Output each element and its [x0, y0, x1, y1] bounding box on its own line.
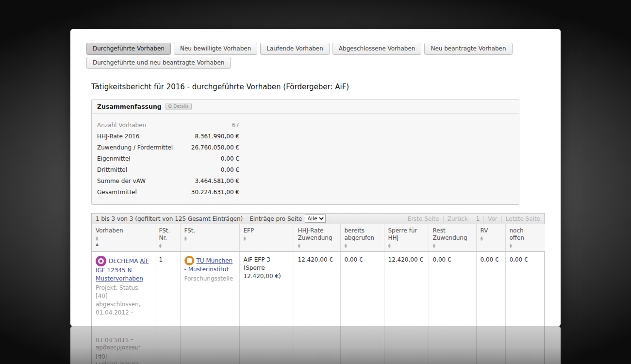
reflection-bereits-abgerufen-cell: 0,00 €	[340, 326, 384, 364]
reflection-fst-cell: TU München - Musterinstitut Forschungsst…	[180, 326, 239, 364]
column-header-vorhaben[interactable]: Vorhaben ▲▼ ▲	[92, 224, 155, 252]
fst-nr-cell: 1	[155, 252, 180, 327]
summary-row-eigenmittel: Eigenmittel 0,00 €	[97, 153, 239, 165]
summary-row-gesamtmittel: Gesamtmittel 30.224.631,00 €	[97, 187, 239, 198]
summary-row-hhj-rate: HHJ-Rate 2016 8.361.990,00 €	[97, 131, 239, 142]
institute-icon	[184, 256, 194, 265]
efp-cell: AiF EFP 3 (Sperre 12.420,00 €)	[239, 252, 294, 327]
pager: Erste Seite Zurück 1 Vor Letzte Seite	[404, 215, 544, 222]
reflection-rest-zuwendung-cell: 0,00 €	[429, 326, 476, 364]
tab-neu-bewilligte-vorhaben[interactable]: Neu bewilligte Vorhaben	[174, 43, 257, 55]
tab-laufende-vorhaben[interactable]: Laufende Vorhaben	[260, 43, 330, 55]
vorhaben-table: Vorhaben ▲▼ ▲ FSt. Nr. ▲▼ FSt. ▲▼ EFP	[92, 224, 545, 326]
sort-icon: ▲▼	[244, 236, 290, 241]
column-header-fst[interactable]: FSt. ▲▼	[180, 224, 239, 252]
reflection-rv-cell: 0,00 €	[476, 326, 505, 364]
details-button[interactable]: ⊕ Details	[166, 103, 192, 110]
sort-icon: ▲▼	[96, 236, 151, 241]
summary-row-zuwendung: Zuwendung / Fördermittel 26.760.050,00 €	[97, 142, 239, 153]
summary-header: Zusammenfassung ⊕ Details	[92, 100, 519, 114]
page-title: Tätigkeitsbericht für 2016 - durchgeführ…	[91, 83, 545, 92]
reflection-hhj-rate-cell: 12.420,00 €	[294, 326, 340, 364]
summary-row-drittmittel: Drittmittel 0,00 €	[97, 165, 239, 176]
rest-zuwendung-cell: 0,00 €	[429, 252, 476, 327]
pagination-info: 1 bis 3 von 3 (gefiltert von 125 Gesamt …	[96, 215, 243, 222]
last-page-button[interactable]: Letzte Seite	[501, 215, 544, 222]
tab-abgeschlossene-vorhaben[interactable]: Abgeschlossene Vorhaben	[332, 43, 422, 55]
column-header-hhj-rate-zuwendung[interactable]: HHJ-Rate Zuwendung ▲▼	[294, 224, 340, 252]
reflection-vorhaben-cell: DECHEMA AiF IGF 12345 N Mustervorhaben P…	[92, 326, 155, 364]
noch-offen-cell: 0,00 €	[505, 252, 545, 327]
per-page-select[interactable]: Alle	[305, 215, 326, 223]
sort-icon: ▲▼	[481, 236, 501, 241]
fst-cell: TU München - Musterinstitut Forschungsst…	[180, 252, 239, 327]
column-header-efp[interactable]: EFP ▲▼	[239, 224, 294, 252]
table-row: DECHEMA AiF IGF 12345 N Mustervorhaben P…	[92, 252, 545, 327]
hhj-rate-cell: 12.420,00 €	[294, 252, 340, 327]
institute-link[interactable]: TU München - Musterinstitut	[184, 257, 233, 273]
summary-body: Anzahl Vorhaben 67 HHJ-Rate 2016 8.361.9…	[92, 114, 519, 204]
project-link[interactable]: DECHEMA AiF IGF 12345 N Mustervorhaben	[96, 258, 149, 282]
vorhaben-cell: DECHEMA AiF IGF 12345 N Mustervorhaben P…	[92, 252, 155, 327]
report-dialog-panel: Durchgeführte Vorhaben Neu bewilligte Vo…	[70, 326, 561, 364]
summary-row-summe-vaw: Summe der vAW 3.464.581,00 €	[97, 176, 239, 187]
grid-toolbar: 1 bis 3 von 3 (gefiltert von 125 Gesamt …	[92, 214, 544, 224]
details-button-label: Details	[173, 104, 188, 109]
tab-neu-beantragte-vorhaben[interactable]: Neu beantragte Vorhaben	[424, 43, 512, 55]
bereits-abgerufen-cell: 0,00 €	[340, 252, 384, 327]
sort-icon: ▲▼	[388, 244, 425, 248]
column-header-fst-nr[interactable]: FSt. Nr. ▲▼	[155, 224, 180, 252]
reflection-table-row: DECHEMA AiF IGF 12345 N Mustervorhaben P…	[92, 326, 545, 364]
tab-bar-row-1: Durchgeführte Vorhaben Neu bewilligte Vo…	[86, 43, 545, 55]
column-header-noch-offen[interactable]: noch offen ▲▼	[505, 224, 545, 252]
sort-icon: ▲▼	[159, 244, 176, 248]
tab-bar-row-2: Durchgeführte und neu beantragte Vorhabe…	[86, 57, 545, 69]
sort-icon: ▲▼	[510, 244, 542, 248]
results-grid: 1 bis 3 von 3 (gefiltert von 125 Gesamt …	[91, 213, 545, 326]
prev-page-button[interactable]: Zurück	[443, 215, 472, 222]
column-header-bereits-abgerufen[interactable]: bereits abgerufen ▲▼	[340, 224, 384, 252]
sort-icon: ▲▼	[184, 236, 235, 241]
reflection-efp-cell: AiF EFP 3 (Sperre 12.420,00 €)	[239, 326, 294, 364]
first-page-button[interactable]: Erste Seite	[404, 215, 443, 222]
page-number-button[interactable]: 1	[472, 215, 484, 222]
reflection-results-grid: 1 bis 3 von 3 (gefiltert von 125 Gesamt …	[91, 326, 545, 364]
panel-reflection: Durchgeführte Vorhaben Neu bewilligte Vo…	[70, 326, 561, 364]
reflection-noch-offen-cell: 0,00 €	[505, 326, 545, 364]
rv-cell: 0,00 €	[476, 252, 505, 327]
sort-icon: ▲▼	[433, 244, 472, 248]
reflection-fst-nr-cell: 1	[155, 326, 180, 364]
project-icon	[96, 256, 106, 266]
column-header-sperre-hhj[interactable]: Sperre für HHJ ▲▼	[384, 224, 429, 252]
summary-title: Zusammenfassung	[97, 103, 162, 110]
sperre-cell: 12.420,00 €	[384, 252, 429, 327]
tab-durchgefuehrte-vorhaben[interactable]: Durchgeführte Vorhaben	[86, 43, 171, 55]
per-page-label: Einträge pro Seite	[249, 215, 302, 222]
next-page-button[interactable]: Vor	[483, 215, 501, 222]
tab-durchgefuehrte-und-neu-beantragte-vorhaben[interactable]: Durchgeführte und neu beantragte Vorhabe…	[86, 57, 231, 69]
summary-row-anzahl-vorhaben: Anzahl Vorhaben 67	[97, 120, 239, 131]
summary-box: Zusammenfassung ⊕ Details Anzahl Vorhabe…	[91, 99, 519, 205]
reflection-sperre-cell: 12.420,00 €	[384, 326, 429, 364]
institute-type: Forschungsstelle	[184, 275, 235, 283]
sort-icon: ▲▼	[298, 244, 336, 248]
table-header-row: Vorhaben ▲▼ ▲ FSt. Nr. ▲▼ FSt. ▲▼ EFP	[92, 224, 545, 252]
report-dialog-panel: Durchgeführte Vorhaben Neu bewilligte Vo…	[70, 29, 561, 326]
column-header-rv[interactable]: RV ▲▼	[476, 224, 505, 252]
sort-icon: ▲▼	[345, 244, 380, 248]
project-status: Projekt, Status: [40] abgeschlossen, 01.…	[96, 284, 151, 317]
reflection-project-status: Projekt, Status: [40] abgeschlossen, 01.…	[96, 335, 151, 364]
reflection-vorhaben-table: Vorhaben ▲▼ ▲ FSt. Nr. ▲▼ FSt. ▲▼ EFP	[92, 326, 545, 364]
magnifier-plus-icon: ⊕	[168, 104, 172, 109]
panel-reflection-content: Durchgeführte Vorhaben Neu bewilligte Vo…	[70, 326, 561, 364]
sort-asc-icon: ▲	[96, 243, 151, 247]
column-header-rest-zuwendung[interactable]: Rest Zuwendung ▲▼	[429, 224, 476, 252]
